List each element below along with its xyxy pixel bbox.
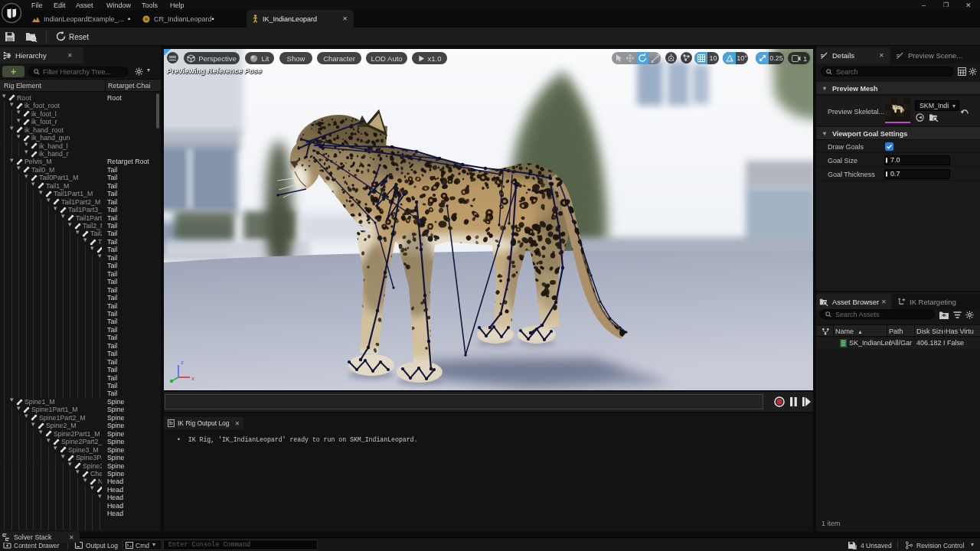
svg-text:z: z [181, 359, 184, 366]
svg-text:x: x [191, 375, 194, 382]
